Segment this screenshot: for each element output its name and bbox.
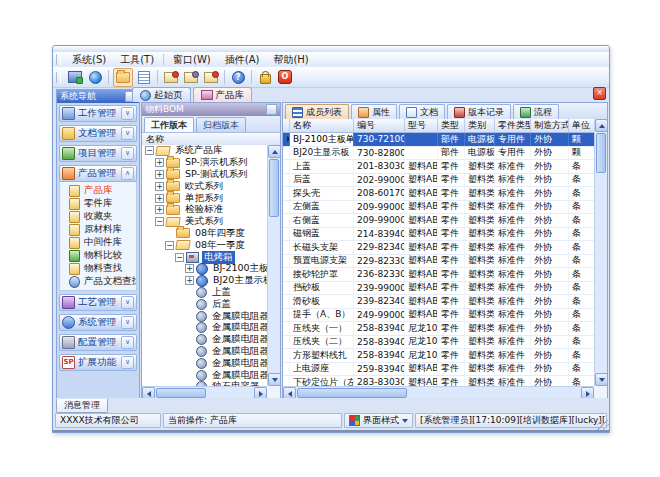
expand-icon[interactable]: + bbox=[185, 264, 194, 273]
tree-node[interactable]: −电烤箱 bbox=[142, 251, 267, 263]
member-tab-4[interactable]: 流程 bbox=[513, 104, 559, 119]
chevron-down-icon[interactable]: ∨ bbox=[121, 107, 134, 120]
help-button[interactable]: ? bbox=[229, 69, 247, 86]
sidebar-group-7[interactable]: SP扩展功能∨ bbox=[59, 354, 137, 371]
column-header-3[interactable]: 类型 bbox=[438, 119, 465, 132]
tree-node[interactable]: −金属膜电阻器 bbox=[142, 346, 267, 358]
table-row[interactable]: 下砂定位片（左）283-830301-00X塑料ABS零件塑料类标准件外协条 bbox=[283, 376, 594, 386]
tree-node[interactable]: +检验标准 bbox=[142, 204, 267, 216]
chevron-down-icon[interactable]: ∨ bbox=[121, 316, 134, 329]
lock-button[interactable] bbox=[256, 69, 274, 86]
sidebar-item[interactable]: 物料查找 bbox=[60, 262, 136, 275]
collapse-icon[interactable]: − bbox=[145, 146, 154, 155]
toolbar-grip-handle[interactable] bbox=[56, 72, 61, 83]
menu-item[interactable]: 系统(S) bbox=[65, 53, 113, 67]
table-row[interactable]: BJ-2100主板单点730-721000-12X部件电源板专用件外协颗 bbox=[283, 133, 594, 147]
tree-node[interactable]: −08年一季度 bbox=[142, 239, 267, 251]
column-header-1[interactable]: 编号 bbox=[354, 119, 405, 132]
sidebar-item[interactable]: 收藏夹 bbox=[60, 210, 136, 223]
column-header-7[interactable]: 单位 bbox=[569, 119, 594, 132]
computer-button[interactable] bbox=[66, 69, 84, 86]
column-header-2[interactable]: 型号 bbox=[405, 119, 438, 132]
table-row[interactable]: 预置电源支架229-823302-00X塑料ABS零件塑料类标准件外协条 bbox=[283, 255, 594, 269]
table-row[interactable]: 后盖202-990002-01X塑料ABS零件塑料类标准件外协条 bbox=[283, 174, 594, 188]
chevron-down-icon[interactable]: ∨ bbox=[121, 336, 134, 349]
menu-item[interactable]: 插件(A) bbox=[218, 53, 267, 67]
pin-icon[interactable] bbox=[266, 104, 277, 115]
sidebar-group-2[interactable]: 项目管理∨ bbox=[59, 145, 137, 162]
column-header-5[interactable]: 零件类型 bbox=[495, 119, 531, 132]
table-row[interactable]: 接砂轮护罩236-823301-00X塑料ABS零件塑料类标准件外协条 bbox=[283, 268, 594, 282]
expand-icon[interactable]: + bbox=[155, 182, 164, 191]
tree-node[interactable]: −后盖 bbox=[142, 298, 267, 310]
scrollbar-thumb[interactable] bbox=[269, 159, 279, 217]
tree-node[interactable]: −上盖 bbox=[142, 287, 267, 299]
sidebar-group-4[interactable]: 工艺管理∨ bbox=[59, 294, 137, 311]
tree-node[interactable]: −金属膜电阻器 bbox=[142, 310, 267, 322]
expand-icon[interactable]: + bbox=[155, 170, 164, 179]
version-tab-0[interactable]: 工作版本 bbox=[144, 117, 194, 132]
sidebar-item[interactable]: 原材料库 bbox=[60, 223, 136, 236]
report-button[interactable] bbox=[135, 69, 153, 86]
expand-icon[interactable]: + bbox=[155, 205, 164, 214]
globe-button[interactable] bbox=[86, 69, 104, 86]
table-row[interactable]: 滑砂板239-823401-00X塑料ABS零件塑料类标准件外协条 bbox=[283, 295, 594, 309]
table-row[interactable]: 磁钢盖214-839404-01X塑料ABS零件塑料类标准件外协条 bbox=[283, 228, 594, 242]
scroll-up-button[interactable] bbox=[595, 119, 608, 132]
tree-node[interactable]: −金属膜电阻器 bbox=[142, 322, 267, 334]
scrollbar-thumb[interactable] bbox=[297, 388, 407, 398]
table-row[interactable]: 长磁头支架229-823401-00X塑料ABS零件塑料类标准件外协条 bbox=[283, 241, 594, 255]
chevron-up-icon[interactable]: ∧ bbox=[121, 167, 134, 180]
member-tab-0[interactable]: 成员列表 bbox=[285, 104, 349, 119]
collapse-icon[interactable]: − bbox=[165, 241, 174, 250]
table-row[interactable]: 上电源座259-839403-00X塑料ABS零件塑料类标准件外协条 bbox=[283, 363, 594, 377]
chevron-down-icon[interactable]: ∨ bbox=[121, 147, 134, 160]
sidebar-item[interactable]: 产品库 bbox=[60, 184, 136, 197]
scroll-down-button[interactable] bbox=[595, 373, 608, 386]
mail-new-button[interactable] bbox=[162, 69, 180, 86]
expand-icon[interactable]: + bbox=[185, 276, 194, 285]
folder-open-button[interactable] bbox=[113, 68, 133, 87]
tree-node[interactable]: +SP-测试机系列 bbox=[142, 169, 267, 181]
table-row[interactable]: 提手（A、B）249-990001-01X塑料ABS零件塑料类标准件外协条 bbox=[283, 309, 594, 323]
table-row[interactable]: 压线夹（一）258-839401-00X尼龙1010零件塑料类标准件外协条 bbox=[283, 322, 594, 336]
member-tab-2[interactable]: 文档 bbox=[399, 104, 445, 119]
tree-node[interactable]: −系统产品库 bbox=[142, 145, 267, 157]
close-tab-button[interactable]: × bbox=[593, 87, 606, 100]
table-row[interactable]: 压线夹（二）258-839402-00X尼龙1010零件塑料类标准件外协条 bbox=[283, 336, 594, 350]
menu-item[interactable]: 窗口(W) bbox=[166, 53, 218, 67]
collapse-icon[interactable]: − bbox=[155, 217, 164, 226]
tree-node[interactable]: −金属膜电阻器 bbox=[142, 357, 267, 369]
scrollbar-thumb[interactable] bbox=[596, 133, 606, 173]
ui-style-selector[interactable]: 界面样式 bbox=[344, 413, 413, 428]
tree-node[interactable]: −金属膜电阻器 bbox=[142, 369, 267, 381]
tree-node[interactable]: +SP-演示机系列 bbox=[142, 157, 267, 169]
scroll-down-button[interactable] bbox=[268, 373, 281, 386]
sidebar-item[interactable]: 产品文档查找 bbox=[60, 275, 136, 288]
message-panel-tab[interactable]: 消息管理 bbox=[56, 399, 108, 413]
version-tab-1[interactable]: 归档版本 bbox=[196, 117, 246, 132]
table-row[interactable]: BJ20主显示板730-828000-04X部件电源板专用件外协颗 bbox=[283, 147, 594, 161]
sidebar-item[interactable]: 中间件库 bbox=[60, 236, 136, 249]
table-row[interactable]: 方形塑料线扎258-839403-00X尼龙1010零件塑料类标准件外协条 bbox=[283, 349, 594, 363]
column-header-0[interactable]: 名称 bbox=[290, 119, 354, 132]
sidebar-item[interactable]: 物料比较 bbox=[60, 249, 136, 262]
tree-node[interactable]: +BJ-2100主板单点 bbox=[142, 263, 267, 275]
table-row[interactable]: 探头壳208-601701-01X塑料ABS零件塑料类标准件外协条 bbox=[283, 187, 594, 201]
mail-open-button[interactable] bbox=[182, 69, 200, 86]
table-row[interactable]: 左侧盖209-990001-01X塑料ABS零件塑料类标准件外协条 bbox=[283, 201, 594, 215]
sidebar-group-1[interactable]: 文档管理∨ bbox=[59, 125, 137, 142]
doc-tab-1[interactable]: 产品库 bbox=[193, 87, 253, 102]
scroll-up-button[interactable] bbox=[268, 145, 281, 158]
table-row[interactable]: 上盖201-830302-00X塑料ABS零件塑料类标准件外协条 bbox=[283, 160, 594, 174]
power-button[interactable]: O bbox=[276, 69, 294, 86]
tree-node[interactable]: −美式系列 bbox=[142, 216, 267, 228]
menu-grip-handle[interactable] bbox=[56, 54, 61, 65]
tree-node[interactable]: +BJ20主显示板 bbox=[142, 275, 267, 287]
sidebar-group-0[interactable]: 工作管理∨ bbox=[59, 105, 137, 122]
expand-icon[interactable]: + bbox=[155, 194, 164, 203]
doc-tab-0[interactable]: 起始页 bbox=[132, 87, 191, 102]
column-header-6[interactable]: 制造方式 bbox=[531, 119, 569, 132]
chevron-down-icon[interactable]: ∨ bbox=[121, 296, 134, 309]
column-header-4[interactable]: 类别 bbox=[465, 119, 495, 132]
